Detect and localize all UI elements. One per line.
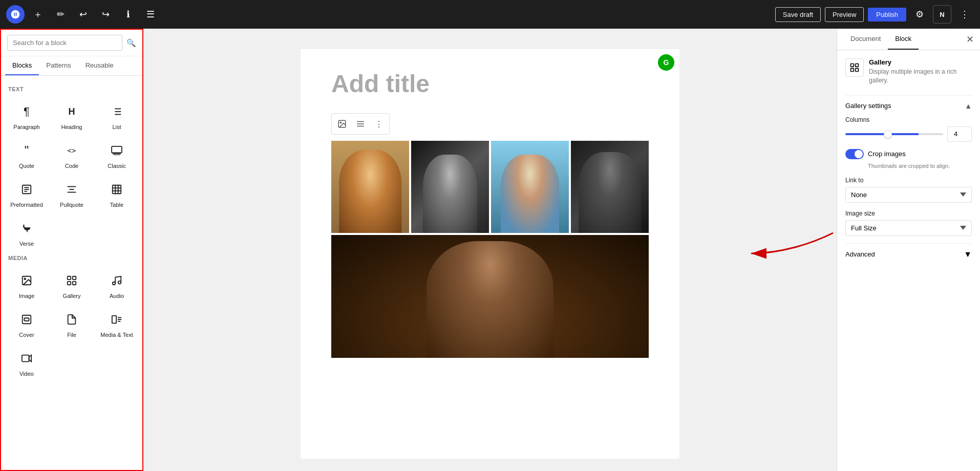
svg-rect-42 [851, 64, 854, 67]
wordpress-logo[interactable] [6, 5, 25, 24]
toolbar-more-btn[interactable]: ⋮ [370, 115, 388, 133]
block-item-heading[interactable]: H Heading [50, 97, 93, 134]
topbar-left: ＋ ✏ ↩ ↪ ℹ ☰ [6, 5, 160, 24]
block-label-pullquote: Pullquote [60, 202, 83, 208]
add-block-button[interactable]: ＋ [29, 5, 47, 24]
gallery-settings-section: Gallery settings ▲ Columns 4 Cro [845, 95, 972, 236]
gallery-icon [62, 271, 81, 290]
advanced-label: Advanced [845, 250, 875, 258]
text-blocks-grid: ¶ Paragraph H Heading List " Quote [5, 97, 138, 251]
tab-patterns[interactable]: Patterns [39, 56, 78, 75]
gallery-grid [331, 141, 649, 233]
block-item-file[interactable]: File [50, 305, 93, 342]
columns-slider[interactable] [845, 133, 943, 135]
save-draft-button[interactable]: Save draft [775, 7, 821, 22]
columns-control: 4 [845, 126, 972, 142]
topbar: ＋ ✏ ↩ ↪ ℹ ☰ Save draft Preview Publish ⚙… [0, 0, 980, 29]
block-item-video[interactable]: Video [5, 344, 48, 381]
heading-icon: H [62, 102, 81, 121]
settings-icon[interactable]: ⚙ [910, 5, 929, 24]
file-icon [62, 310, 81, 329]
info-button[interactable]: ℹ [119, 5, 137, 24]
block-item-media-text[interactable]: Media & Text [95, 305, 138, 342]
n-button[interactable]: N [933, 5, 951, 24]
block-label-audio: Audio [110, 293, 124, 299]
block-item-paragraph[interactable]: ¶ Paragraph [5, 97, 48, 134]
tab-block[interactable]: Block [888, 29, 919, 50]
gallery-settings-header[interactable]: Gallery settings ▲ [845, 95, 972, 116]
block-label-classic: Classic [108, 163, 125, 169]
svg-rect-15 [113, 185, 121, 194]
quote-icon: " [17, 141, 36, 160]
tab-document[interactable]: Document [843, 29, 888, 50]
image-size-select[interactable]: Full Size Large Medium Thumbnail [845, 220, 972, 236]
list-icon [108, 102, 126, 121]
main-layout: 🔍 Blocks Patterns Reusable TEXT ¶ Paragr… [0, 29, 980, 471]
crop-images-toggle[interactable] [845, 149, 864, 159]
block-item-list[interactable]: List [95, 97, 138, 134]
undo-button[interactable]: ↩ [74, 5, 92, 24]
block-info-title: Gallery [869, 58, 972, 66]
list-view-button[interactable]: ☰ [141, 5, 160, 24]
crop-images-toggle-row: Crop images [845, 149, 972, 159]
tab-blocks[interactable]: Blocks [5, 56, 39, 75]
svg-rect-23 [73, 276, 76, 280]
svg-rect-28 [23, 315, 31, 324]
block-item-quote[interactable]: " Quote [5, 136, 48, 173]
media-section-label: MEDIA [8, 255, 135, 261]
svg-rect-34 [22, 355, 29, 362]
advanced-section[interactable]: Advanced ▼ [845, 243, 972, 265]
toolbar-image-btn[interactable] [333, 115, 351, 133]
link-to-select[interactable]: None Media File Attachment Page [845, 187, 972, 203]
columns-input[interactable]: 4 [947, 126, 972, 142]
block-item-table[interactable]: Table [95, 175, 138, 212]
publish-button[interactable]: Publish [868, 8, 906, 22]
topbar-right: Save draft Preview Publish ⚙ N ⋮ [775, 5, 974, 24]
svg-rect-43 [856, 64, 859, 67]
cover-icon [17, 310, 36, 329]
media-text-icon [108, 310, 126, 329]
block-item-code[interactable]: <> Code [50, 136, 93, 173]
block-info-text: Gallery Display multiple images in a ric… [869, 58, 972, 85]
svg-rect-6 [112, 146, 122, 153]
block-item-cover[interactable]: Cover [5, 305, 48, 342]
block-label-heading: Heading [61, 124, 82, 130]
media-blocks-grid: Image Gallery Audio [5, 266, 138, 381]
advanced-chevron: ▼ [964, 250, 972, 259]
block-item-classic[interactable]: Classic [95, 136, 138, 173]
block-item-audio[interactable]: Audio [95, 266, 138, 303]
svg-rect-25 [73, 282, 76, 285]
block-item-image[interactable]: Image [5, 266, 48, 303]
block-item-preformatted[interactable]: Preformatted [5, 175, 48, 212]
classic-icon [108, 141, 126, 160]
more-options-button[interactable]: ⋮ [955, 5, 974, 24]
preview-button[interactable]: Preview [825, 7, 864, 22]
editor-area: G Add title ⋮ [301, 49, 679, 459]
block-label-file: File [67, 332, 76, 338]
video-icon [17, 349, 36, 368]
close-panel-button[interactable]: ✕ [966, 34, 974, 45]
search-input[interactable] [7, 35, 122, 51]
svg-rect-44 [851, 69, 854, 72]
post-title[interactable]: Add title [331, 70, 649, 98]
paragraph-icon: ¶ [17, 102, 36, 121]
block-item-verse[interactable]: Verse [5, 214, 48, 251]
redo-button[interactable]: ↪ [96, 5, 115, 24]
gallery-settings-chevron: ▲ [965, 102, 972, 110]
toolbar-align-btn[interactable] [352, 115, 369, 133]
block-item-pullquote[interactable]: Pullquote [50, 175, 93, 212]
right-panel-content: Gallery Display multiple images in a ric… [837, 50, 980, 471]
gallery-image-4 [571, 141, 649, 233]
gallery-image-1 [331, 141, 409, 233]
block-item-gallery[interactable]: Gallery [50, 266, 93, 303]
tab-reusable[interactable]: Reusable [78, 56, 121, 75]
edit-tool-button[interactable]: ✏ [51, 5, 70, 24]
block-info-description: Display multiple images in a rich galler… [869, 68, 972, 85]
block-inserter-sidebar: 🔍 Blocks Patterns Reusable TEXT ¶ Paragr… [0, 29, 143, 471]
image-size-label: Image size [845, 210, 972, 217]
block-label-gallery: Gallery [63, 293, 81, 299]
block-label-image: Image [19, 293, 35, 299]
sidebar-tabs: Blocks Patterns Reusable [1, 56, 142, 76]
block-search-area: 🔍 [1, 30, 142, 56]
gallery-wide-image [331, 235, 649, 358]
